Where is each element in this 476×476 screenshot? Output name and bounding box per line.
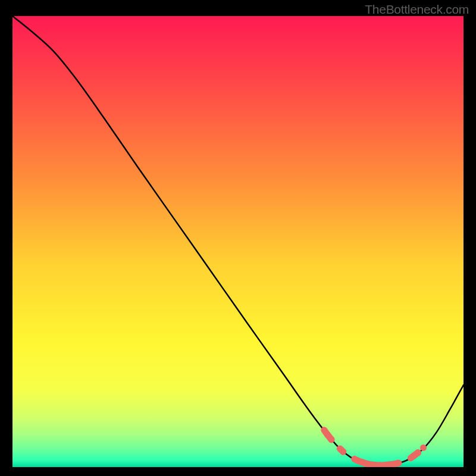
bottleneck-chart: [12, 16, 464, 467]
marker-segment: [411, 453, 418, 458]
watermark-text: TheBottleneck.com: [365, 2, 469, 17]
chart-svg: [12, 16, 464, 467]
marker-segment: [340, 449, 343, 452]
